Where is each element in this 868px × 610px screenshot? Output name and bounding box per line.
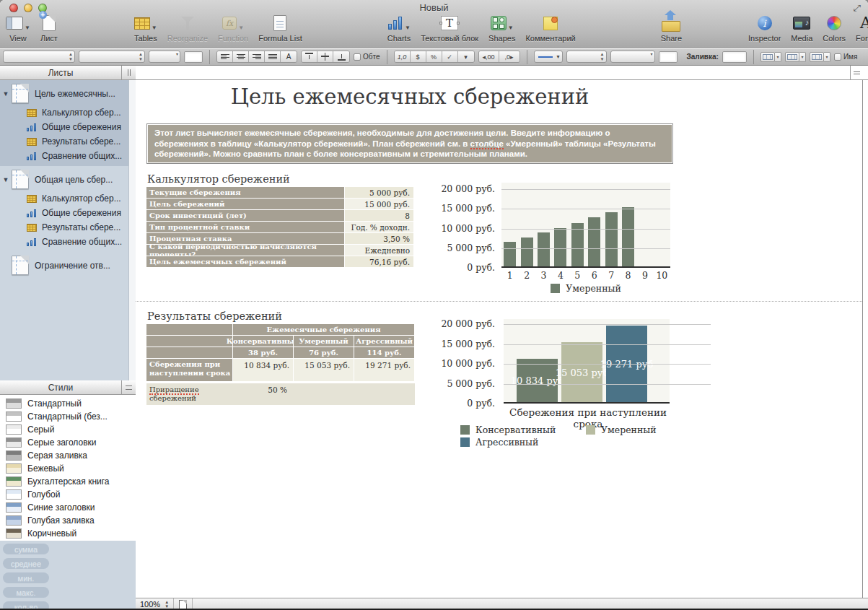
- table-row[interactable]: КонсервативныйУмеренныйАгрессивный: [146, 336, 415, 347]
- panel-resize-handle[interactable]: [121, 66, 136, 79]
- value-cell[interactable]: 8: [345, 210, 413, 221]
- number-format-button[interactable]: 1,0: [395, 51, 411, 62]
- row-header-cell[interactable]: Цель сбережений: [146, 199, 344, 209]
- value-cell[interactable]: Ежедневно: [345, 245, 413, 256]
- document-title[interactable]: Цель ежемесячных сбережений: [146, 84, 673, 109]
- style-item[interactable]: Голубая заливка: [0, 514, 136, 527]
- sheet-child-row[interactable]: Результаты сбере...: [0, 134, 128, 149]
- sheet-child-row[interactable]: Калькулятор сбер...: [0, 191, 128, 206]
- style-item[interactable]: Серый: [0, 423, 136, 436]
- bar[interactable]: [538, 232, 550, 266]
- title-bar[interactable]: Новый ⤢: [0, 0, 868, 14]
- bar[interactable]: 10 834 руб: [517, 359, 558, 402]
- zoom-stepper[interactable]: ▲▼: [165, 600, 169, 609]
- valign-middle-icon[interactable]: [317, 51, 333, 62]
- font-size-select[interactable]: ▾: [149, 51, 180, 63]
- chevron-down-icon[interactable]: ▼: [238, 25, 244, 33]
- header-rows-control[interactable]: ▾: [785, 52, 806, 62]
- font-style-select[interactable]: ▲▼: [79, 51, 145, 63]
- table-row[interactable]: Срок инвестиций (лет)8: [146, 210, 413, 221]
- calc-table[interactable]: Текущие сбережения5 000 руб.Цель сбереже…: [146, 187, 413, 268]
- style-item[interactable]: Стандартный (без...: [0, 410, 136, 423]
- sheet-row[interactable]: ▼Общая цель сбер...: [0, 167, 128, 191]
- border-color-well[interactable]: [659, 51, 678, 63]
- header-columns-icon[interactable]: [760, 52, 775, 62]
- border-style-button[interactable]: [534, 51, 563, 63]
- results-table-title[interactable]: Результаты сбережений: [147, 310, 282, 322]
- inspector-button[interactable]: iInspector: [748, 13, 781, 43]
- name-checkbox[interactable]: Имя: [834, 53, 857, 61]
- row-header-cell[interactable]: Тип процентной ставки: [146, 222, 344, 232]
- scrollbar[interactable]: [128, 80, 136, 380]
- style-item[interactable]: Бежевый: [0, 462, 136, 475]
- font-family-select[interactable]: ▲▼: [3, 51, 75, 63]
- align-segment[interactable]: A: [216, 51, 297, 63]
- decimal-segment[interactable]: ◂,00,0▸: [478, 51, 520, 63]
- value-cell[interactable]: 76,16 руб.: [345, 256, 413, 267]
- table-row[interactable]: Ежемесячные сбережения: [146, 324, 415, 335]
- maturity-value-cell[interactable]: 19 271 руб.: [354, 359, 414, 381]
- formula-bar[interactable]: [136, 66, 868, 80]
- chevron-down-icon[interactable]: ▾: [799, 52, 806, 62]
- sheet-child-row[interactable]: Сравнение общих...: [0, 235, 128, 249]
- style-item[interactable]: Бухгалтерская книга: [0, 475, 136, 488]
- chevron-down-icon[interactable]: ▼: [508, 25, 514, 33]
- chevron-down-icon[interactable]: ▾: [824, 52, 830, 62]
- calc-table-title[interactable]: Калькулятор сбережений: [147, 173, 290, 185]
- view-button[interactable]: ▼View: [6, 13, 30, 43]
- footer-rows-icon[interactable]: [810, 52, 824, 62]
- growth-row[interactable]: Приращениесбережений50 %: [146, 383, 415, 405]
- sheet-child-row[interactable]: Сравнение общих...: [0, 149, 128, 163]
- sheet-child-row[interactable]: Общие сбережения: [0, 120, 128, 134]
- chevron-down-icon[interactable]: ▼: [25, 25, 30, 33]
- colors-button[interactable]: Colors: [823, 13, 846, 43]
- bar[interactable]: [588, 217, 600, 266]
- row-header-cell[interactable]: Срок инвестиций (лет): [146, 210, 344, 221]
- monthly-value-cell[interactable]: 38 руб.: [233, 347, 293, 358]
- table-row[interactable]: 38 руб.76 руб.114 руб.: [146, 347, 415, 358]
- panel-resize-handle[interactable]: [121, 380, 136, 394]
- sheet-child-row[interactable]: Общие сбережения: [0, 206, 128, 220]
- formula-bar-handle[interactable]: [850, 66, 863, 80]
- disclosure-triangle-icon[interactable]: ▼: [0, 90, 12, 97]
- monthly-value-cell[interactable]: 114 руб.: [354, 347, 414, 358]
- chevron-down-icon[interactable]: ▼: [405, 25, 411, 33]
- style-item[interactable]: Серая заливка: [0, 449, 136, 462]
- лист-button[interactable]: Лист: [40, 13, 58, 43]
- table-row[interactable]: Цель ежемесячных сбережений76,16 руб.: [146, 256, 413, 267]
- maturity-value-cell[interactable]: 15 053 руб.: [294, 359, 354, 381]
- number-format-button[interactable]: $: [411, 51, 426, 62]
- align-right-icon[interactable]: [249, 51, 265, 62]
- fill-color-well[interactable]: [722, 51, 747, 63]
- table-row[interactable]: Текущие сбережения5 000 руб.: [146, 187, 413, 198]
- sheet-child-row[interactable]: Результаты сбере...: [0, 220, 128, 235]
- footer-rows-control[interactable]: ▾: [810, 52, 830, 62]
- header-columns-control[interactable]: ▾: [760, 52, 781, 62]
- number-format-button[interactable]: %: [426, 51, 442, 62]
- chevron-down-icon[interactable]: ▾: [458, 51, 474, 62]
- bar[interactable]: [622, 207, 634, 266]
- style-item[interactable]: Голубой: [0, 488, 136, 501]
- style-item[interactable]: Синие заголовки: [0, 501, 136, 514]
- results-table[interactable]: Ежемесячные сбереженияКонсервативныйУмер…: [146, 324, 415, 405]
- table-row[interactable]: Тип процентной ставкиГод. % доходн.: [146, 222, 413, 232]
- border-width-select[interactable]: ▲▼: [566, 51, 607, 63]
- wrap-checkbox[interactable]: Обте: [354, 53, 380, 61]
- комментарий-button[interactable]: Комментарий: [525, 13, 575, 43]
- tables-button[interactable]: ▼Tables: [134, 13, 157, 43]
- number-format-segment[interactable]: 1,0$%✓▾: [394, 51, 475, 63]
- chevron-down-icon[interactable]: ▾: [775, 52, 781, 62]
- sheet-canvas[interactable]: Цель ежемесячных сбережений Этот лист вы…: [136, 80, 868, 598]
- value-cell[interactable]: Год. % доходн.: [345, 222, 413, 232]
- border-line-select[interactable]: ▾: [610, 51, 655, 63]
- bar[interactable]: [571, 223, 584, 266]
- align-center-icon[interactable]: [233, 51, 249, 62]
- text-color-well[interactable]: [184, 51, 203, 63]
- number-format-button[interactable]: ✓: [442, 51, 458, 62]
- share-button[interactable]: Share: [661, 13, 682, 43]
- bar[interactable]: [605, 212, 618, 266]
- table-row[interactable]: С какой периодичностью начисляются проце…: [146, 245, 413, 256]
- текстовый-блок-button[interactable]: TТекстовый блок: [421, 13, 478, 43]
- row-header-cell[interactable]: С какой периодичностью начисляются проце…: [146, 245, 344, 256]
- description-text-box[interactable]: Этот лист вычисляет ежемесячные сбережен…: [146, 123, 673, 164]
